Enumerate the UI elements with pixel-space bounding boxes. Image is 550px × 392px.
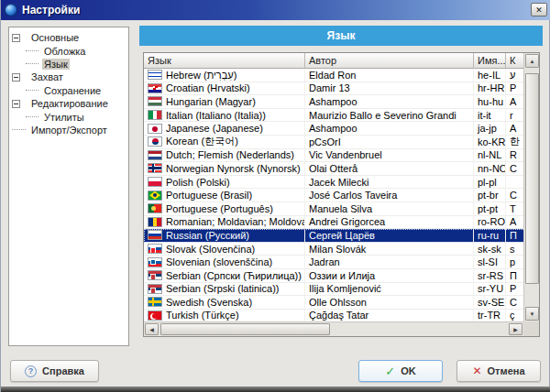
table-header: Язык Автор Имя... К bbox=[144, 53, 525, 69]
tree-item-4[interactable]: Сохранение bbox=[9, 84, 128, 97]
author-cell: Ashampoo bbox=[305, 95, 474, 108]
language-label: Swedish (Svenska) bbox=[166, 297, 252, 308]
titlebar[interactable]: Настройки ✕ bbox=[1, 0, 550, 20]
table-row[interactable]: Serbian (Српски (Ћирилица)) Оззии и Илиј… bbox=[144, 269, 525, 283]
extra-cell: R bbox=[506, 149, 525, 162]
table-row[interactable]: Hebrew (עִבְרִית) Eldad Ron he-IL ע bbox=[144, 69, 525, 82]
table-row[interactable]: Croatian (Hrvatski) Damir 13 hr-HR P bbox=[144, 82, 525, 96]
tree-collapse-icon[interactable] bbox=[12, 73, 20, 82]
scroll-down-icon[interactable]: ▼ bbox=[525, 307, 539, 321]
ok-button[interactable]: ✓ OK bbox=[358, 360, 443, 382]
language-cell: Hungarian (Magyar) bbox=[144, 95, 305, 108]
tree-item-0[interactable]: Основные bbox=[9, 31, 128, 44]
tree-item-3[interactable]: Захват bbox=[9, 71, 128, 83]
column-header-language[interactable]: Язык bbox=[144, 53, 305, 69]
locale-code-cell: sv-SE bbox=[474, 296, 506, 309]
tree-connector bbox=[26, 50, 38, 51]
tree-item-label: Обложка bbox=[42, 46, 87, 57]
language-label: Portuguese (Brasil) bbox=[166, 190, 252, 201]
author-cell: Ilija Komljenović bbox=[305, 283, 474, 296]
author-cell: Vic Vandenbruel bbox=[305, 149, 474, 162]
window-title: Настройки bbox=[22, 4, 80, 16]
table-row[interactable]: Romanian; Moldavian; Moldovan (Română) A… bbox=[144, 216, 525, 230]
settings-window: Настройки ✕ Основные Обложка Язык Захват… bbox=[0, 0, 550, 392]
language-cell: Slovak (Slovenčina) bbox=[144, 243, 305, 256]
language-cell: Turkish (Türkçe) bbox=[144, 310, 305, 322]
flag-icon bbox=[148, 244, 162, 254]
column-header-author[interactable]: Автор bbox=[305, 53, 474, 69]
table-row[interactable]: Slovak (Slovenčina) Milan Slovák sk-sk s bbox=[144, 243, 525, 256]
table-row[interactable]: Norwegian Nynorsk (Nynorsk) Olai Otterå … bbox=[144, 162, 525, 176]
app-icon bbox=[5, 4, 17, 16]
table-row[interactable]: Portuguese (Brasil) José Carlos Taveira … bbox=[144, 189, 525, 202]
locale-code-cell: sk-sk bbox=[474, 243, 506, 256]
language-label: Romanian; Moldavian; Moldovan (Română) bbox=[166, 216, 305, 227]
tree-collapse-icon[interactable] bbox=[12, 34, 20, 42]
extra-cell: r bbox=[506, 109, 525, 122]
locale-code-cell: it-it bbox=[474, 109, 506, 122]
table-row[interactable]: Portuguese (Português) Manuela Silva pt-… bbox=[144, 202, 525, 216]
author-cell: José Carlos Taveira bbox=[305, 189, 474, 201]
author-cell: Olai Otterå bbox=[305, 162, 474, 175]
locale-code-cell: ru-ru bbox=[474, 229, 506, 242]
table-row[interactable]: Hungarian (Magyar) Ashampoo hu-hu A bbox=[144, 95, 525, 109]
locale-code-cell: sr-YU bbox=[474, 283, 506, 296]
table-body: Hebrew (עִבְרִית) Eldad Ron he-IL ע Croa… bbox=[144, 69, 525, 326]
table-row[interactable]: Korean (한국어) pCsOrI ko-KR 한 bbox=[144, 136, 525, 149]
language-cell: Dutch; Flemish (Nederlands) bbox=[144, 149, 305, 162]
tree-item-label: Сохранение bbox=[42, 85, 103, 96]
help-button[interactable]: ? Справка bbox=[10, 360, 99, 382]
tree-connector bbox=[12, 129, 26, 130]
table-row[interactable]: Russian (Русский) Сергей Царёв ru-ru П bbox=[144, 229, 525, 243]
table-row[interactable]: Dutch; Flemish (Nederlands) Vic Vandenbr… bbox=[144, 149, 525, 163]
locale-code-cell: hu-hu bbox=[474, 95, 506, 108]
flag-icon bbox=[148, 230, 162, 240]
tree-item-2[interactable]: Язык bbox=[9, 58, 128, 71]
extra-cell: P bbox=[506, 82, 525, 95]
language-label: Portuguese (Português) bbox=[166, 203, 273, 214]
table-row[interactable]: Swedish (Svenska) Olle Ohlsson sv-SE C bbox=[144, 296, 525, 310]
tree-connector bbox=[26, 90, 38, 91]
flag-icon bbox=[148, 110, 162, 120]
cancel-x-icon: ✕ bbox=[472, 365, 481, 377]
scroll-up-icon[interactable]: ▲ bbox=[525, 54, 539, 68]
tree-item-7[interactable]: Импорт/Экспорт bbox=[9, 124, 128, 136]
settings-tree: Основные Обложка Язык Захват Сохранение … bbox=[8, 27, 129, 346]
extra-cell: A bbox=[506, 122, 525, 135]
horizontal-scroll-thumb[interactable] bbox=[160, 323, 330, 335]
ok-button-label: OK bbox=[401, 365, 416, 376]
close-button[interactable]: ✕ bbox=[531, 3, 547, 16]
table-row[interactable]: Polish (Polski) Jacek Milecki pl-pl bbox=[144, 176, 525, 190]
author-cell: Jacek Milecki bbox=[305, 176, 474, 189]
vertical-scroll-thumb[interactable] bbox=[525, 73, 539, 284]
tree-item-6[interactable]: Утилиты bbox=[9, 110, 128, 123]
tree-item-label: Утилиты bbox=[42, 112, 86, 123]
language-label: Serbian (Српски (Ћирилица)) bbox=[166, 270, 302, 281]
tree-connector bbox=[26, 116, 38, 117]
column-header-k[interactable]: К bbox=[506, 53, 525, 69]
flag-icon bbox=[148, 203, 162, 213]
cancel-button[interactable]: ✕ Отмена bbox=[456, 360, 541, 382]
column-header-name[interactable]: Имя... bbox=[474, 53, 506, 69]
tree-item-5[interactable]: Редактирование bbox=[9, 97, 128, 110]
horizontal-scrollbar[interactable]: ◀ ▶ bbox=[144, 321, 523, 336]
table-row[interactable]: Slovenian (slovenščina) Jadran sl-SI p bbox=[144, 256, 525, 269]
check-icon: ✓ bbox=[385, 365, 395, 378]
flag-icon bbox=[148, 270, 162, 280]
flag-icon bbox=[148, 70, 162, 80]
tree-item-1[interactable]: Обложка bbox=[9, 44, 128, 57]
vertical-scrollbar[interactable]: ▲ ▼ bbox=[523, 53, 539, 321]
locale-code-cell: sl-SI bbox=[474, 256, 506, 268]
scrollbar-corner bbox=[523, 321, 539, 336]
tree-collapse-icon[interactable] bbox=[12, 100, 20, 108]
locale-code-cell: nl-NL bbox=[474, 149, 506, 162]
locale-code-cell: ko-KR bbox=[474, 136, 506, 148]
table-row[interactable]: Serbian (Srpski (latinica)) Ilija Komlje… bbox=[144, 283, 525, 297]
table-row[interactable]: Italian (Italiano (Italia)) Maurizio Bal… bbox=[144, 109, 525, 123]
language-label: Hebrew (עִבְרִית) bbox=[166, 70, 236, 81]
scroll-right-icon[interactable]: ▶ bbox=[509, 323, 522, 335]
author-cell: Manuela Silva bbox=[305, 202, 474, 215]
scroll-left-icon[interactable]: ◀ bbox=[145, 323, 159, 335]
table-row[interactable]: Japanese (Japanese) Ashampoo ja-jp A bbox=[144, 122, 525, 136]
language-label: Turkish (Türkçe) bbox=[166, 310, 239, 321]
